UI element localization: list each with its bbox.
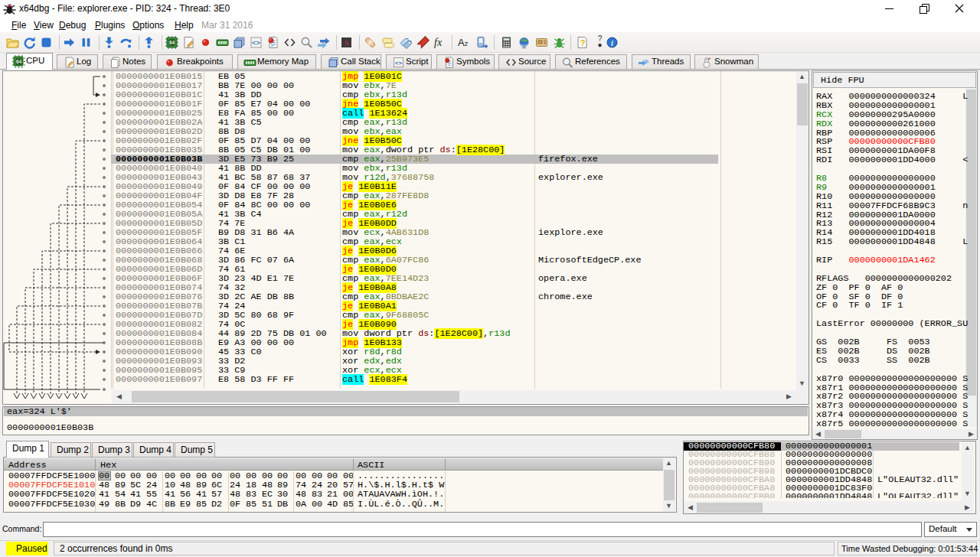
svg-text:i: i [611, 39, 613, 47]
svg-text:64: 64 [169, 40, 175, 45]
svg-text:64: 64 [16, 59, 22, 64]
svg-text:<>: <> [252, 40, 260, 47]
svg-text:S: S [345, 39, 349, 47]
svg-text:?: ? [580, 38, 586, 47]
svg-text:<>: <> [395, 60, 403, 67]
